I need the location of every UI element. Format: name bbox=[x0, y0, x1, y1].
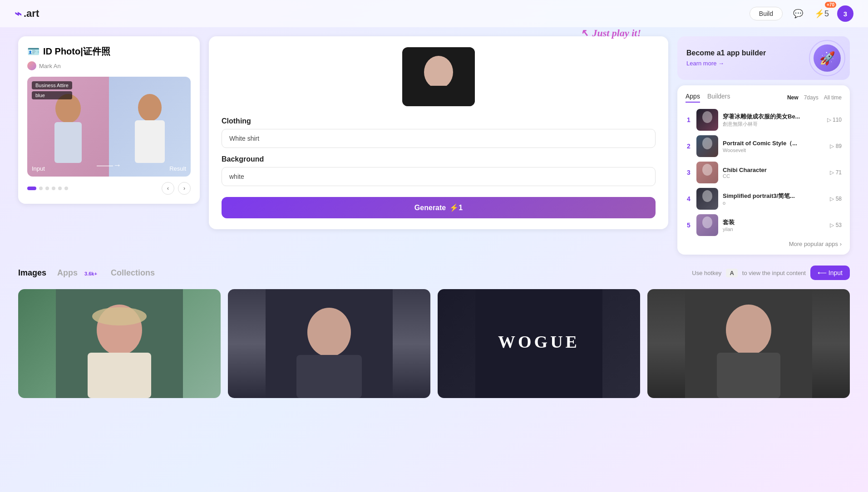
img-2-svg bbox=[228, 289, 430, 398]
popular-rank-4: 4 bbox=[686, 195, 692, 202]
popular-item-4[interactable]: 4 Simplified portrait3/简笔... o ▷ 58 bbox=[686, 188, 842, 210]
popular-name-1: 穿著冰雕做成衣服的美女Be... bbox=[723, 113, 823, 121]
dot-2[interactable] bbox=[39, 187, 43, 190]
popular-info-2: Portrait of Comic Style（... Woosevelt bbox=[723, 139, 825, 153]
popular-author-4: o bbox=[723, 200, 825, 206]
popular-count-4: ▷ 58 bbox=[830, 196, 842, 202]
tabs-right: New 7days All time bbox=[787, 94, 842, 101]
popular-name-2: Portrait of Comic Style（... bbox=[723, 139, 825, 148]
become-builder-text: Become a1 app builder Learn more → bbox=[686, 49, 766, 67]
chat-icon-button[interactable]: 💬 bbox=[790, 5, 806, 22]
more-apps-link[interactable]: More popular apps › bbox=[686, 241, 842, 247]
tab-apps[interactable]: Apps 3.6k+ bbox=[57, 268, 100, 278]
image-card-1[interactable] bbox=[18, 289, 221, 398]
popular-rank-5: 5 bbox=[686, 221, 692, 229]
image-card-2[interactable] bbox=[228, 289, 430, 398]
background-label: Background bbox=[222, 155, 656, 163]
img-1-svg bbox=[18, 289, 221, 398]
tab-collections[interactable]: Collections bbox=[111, 268, 155, 278]
become-builder-card[interactable]: Become a1 app builder Learn more → 🚀 bbox=[677, 36, 850, 80]
learn-more-link[interactable]: Learn more → bbox=[686, 60, 724, 67]
popular-item-3[interactable]: 3 Chibi Character CC ▷ 71 bbox=[686, 162, 842, 183]
svg-point-14 bbox=[702, 190, 712, 202]
dot-3[interactable] bbox=[45, 187, 49, 190]
popular-name-4: Simplified portrait3/简笔... bbox=[723, 192, 825, 200]
thumb-svg-1 bbox=[696, 109, 718, 131]
next-arrow-button[interactable]: › bbox=[178, 182, 191, 195]
app-info-card: 🪪 ID Photo|证件照 Mark An Business Attire b… bbox=[18, 36, 200, 204]
popular-thumb-4 bbox=[696, 188, 718, 210]
popular-count-2: ▷ 89 bbox=[830, 143, 842, 149]
svg-point-22 bbox=[307, 308, 351, 357]
svg-rect-1 bbox=[54, 122, 82, 163]
popular-thumb-2 bbox=[696, 135, 718, 157]
popular-name-5: 套装 bbox=[723, 218, 825, 226]
dot-4[interactable] bbox=[52, 187, 55, 190]
arrow-hand-icon: ↖ bbox=[580, 27, 588, 39]
photo-preview-image bbox=[402, 47, 475, 106]
lightning-count: 5 bbox=[824, 9, 829, 19]
tabs-row: Apps Builders New 7days All time bbox=[686, 93, 842, 103]
popular-author-5: yilan bbox=[723, 226, 825, 232]
build-button[interactable]: Build bbox=[750, 7, 783, 20]
lightning-button[interactable]: ⚡ 5 bbox=[814, 5, 830, 22]
popular-count-5: ▷ 53 bbox=[830, 222, 842, 228]
image-card-4[interactable] bbox=[647, 289, 850, 398]
popular-count-1: ▷ 110 bbox=[827, 117, 842, 123]
demo-tags: Business Attire blue bbox=[32, 81, 72, 99]
popular-item-1[interactable]: 1 穿著冰雕做成衣服的美女Be... 創意無限小林哥 ▷ 110 bbox=[686, 109, 842, 131]
popular-item-5[interactable]: 5 套装 yilan ▷ 53 bbox=[686, 214, 842, 236]
svg-rect-19 bbox=[88, 353, 151, 398]
dot-5[interactable] bbox=[58, 187, 62, 190]
user-avatar-button[interactable]: 3 bbox=[837, 5, 853, 22]
svg-rect-3 bbox=[135, 120, 165, 163]
clothing-input[interactable] bbox=[222, 129, 656, 148]
popular-author-2: Woosevelt bbox=[723, 148, 825, 153]
dot-1[interactable] bbox=[27, 187, 36, 190]
popular-author-1: 創意無限小林哥 bbox=[723, 121, 823, 128]
notification-badge: +70 bbox=[825, 2, 836, 8]
generate-button[interactable]: Generate ⚡1 bbox=[222, 197, 656, 218]
time-tab-new[interactable]: New bbox=[787, 94, 799, 101]
background-input[interactable] bbox=[222, 167, 656, 186]
time-tab-7days[interactable]: 7days bbox=[804, 94, 819, 101]
svg-point-10 bbox=[702, 138, 712, 149]
hotkey-suffix: to view the input content bbox=[742, 270, 806, 276]
popular-item-2[interactable]: 2 Portrait of Comic Style（... Woosevelt … bbox=[686, 135, 842, 157]
input-label: Input bbox=[32, 165, 45, 172]
thumb-svg-2 bbox=[696, 135, 718, 157]
app-emoji: 🪪 bbox=[27, 46, 39, 58]
popular-rank-1: 1 bbox=[686, 116, 692, 123]
just-play-it-label: ↖ Just play it! bbox=[580, 27, 641, 39]
tab-builders[interactable]: Builders bbox=[707, 93, 730, 103]
person-silhouette-right bbox=[129, 90, 170, 163]
time-tab-alltime[interactable]: All time bbox=[824, 94, 842, 101]
image-card-3[interactable]: WOGUE bbox=[438, 289, 640, 398]
become-builder-title: Become a1 app builder bbox=[686, 49, 766, 57]
tab-apps[interactable]: Apps bbox=[686, 93, 700, 103]
logo-text: .art bbox=[24, 8, 39, 20]
tab-images[interactable]: Images bbox=[18, 268, 46, 278]
apps-count-badge: 3.6k+ bbox=[82, 270, 100, 277]
dot-6[interactable] bbox=[64, 187, 68, 190]
bottom-section: Images Apps 3.6k+ Collections Use hotkey… bbox=[18, 266, 850, 407]
image-3: WOGUE bbox=[438, 289, 640, 398]
logo-icon: ⌁ bbox=[15, 7, 22, 21]
input-button[interactable]: ⟵ Input bbox=[810, 266, 850, 280]
thumb-svg-5 bbox=[696, 214, 718, 236]
popular-rank-2: 2 bbox=[686, 143, 692, 150]
result-label: Result bbox=[169, 165, 186, 172]
generate-cost: ⚡1 bbox=[449, 203, 463, 212]
popular-author-3: CC bbox=[723, 173, 825, 179]
svg-point-16 bbox=[702, 216, 712, 228]
popular-count-3: ▷ 71 bbox=[830, 169, 842, 176]
arrow-divider: ——→ bbox=[97, 161, 121, 170]
nav-arrows: ‹ › bbox=[162, 182, 191, 195]
prev-arrow-button[interactable]: ‹ bbox=[162, 182, 174, 195]
popular-info-1: 穿著冰雕做成衣服的美女Be... 創意無限小林哥 bbox=[723, 113, 823, 128]
popular-thumb-5 bbox=[696, 214, 718, 236]
tag-business: Business Attire bbox=[32, 81, 72, 89]
logo[interactable]: ⌁ .art bbox=[15, 7, 39, 21]
chat-icon: 💬 bbox=[793, 9, 803, 19]
person-silhouette-left bbox=[48, 90, 89, 163]
